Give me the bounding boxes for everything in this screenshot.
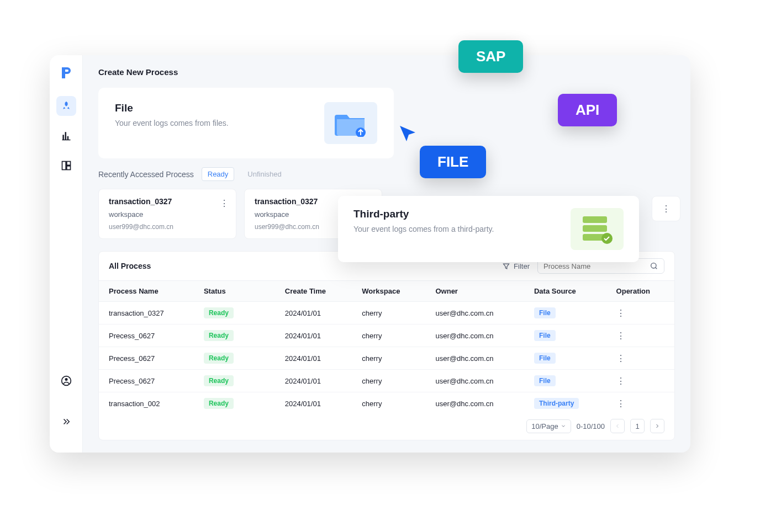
svg-point-6 (651, 263, 656, 268)
per-page-select[interactable]: 10/Page (526, 419, 571, 433)
search-icon (650, 262, 658, 270)
cell-create-time: 2024/01/01 (275, 370, 352, 392)
filter-icon (502, 262, 510, 270)
chevron-left-icon (614, 423, 621, 429)
next-page-button[interactable] (650, 419, 664, 433)
sidebar-expand[interactable] (56, 412, 76, 432)
cell-status: Ready (194, 392, 275, 413)
pagination: 10/Page 0-10/100 1 (99, 412, 674, 440)
cell-owner: user@dhc.com.cn (425, 324, 524, 347)
cell-operation: ⋮ (606, 302, 674, 324)
cell-status: Ready (194, 347, 275, 370)
cell-process-name: transaction_0327 (99, 302, 194, 324)
cell-datasource: Third-party (524, 392, 606, 413)
file-badge: FILE (420, 146, 486, 178)
recent-card-more[interactable]: ⋮ (220, 198, 228, 209)
cell-create-time: 2024/01/01 (275, 302, 352, 324)
svg-rect-2 (66, 166, 70, 170)
cell-owner: user@dhc.com.cn (425, 370, 524, 392)
chevrons-right-icon (61, 417, 71, 427)
table-column-header: Workspace (352, 281, 425, 302)
cell-workspace: cherry (352, 370, 425, 392)
cell-status: Ready (194, 324, 275, 347)
api-badge: API (558, 94, 617, 126)
cell-datasource: File (524, 347, 606, 370)
file-card-title: File (115, 102, 229, 114)
sidebar (50, 55, 83, 453)
cell-create-time: 2024/01/01 (275, 392, 352, 413)
cell-operation: ⋮ (606, 347, 674, 370)
cell-status: Ready (194, 302, 275, 324)
page-title: Create New Process (98, 67, 675, 77)
filter-label: Filter (514, 262, 530, 270)
chevron-down-icon (561, 423, 566, 429)
row-more-icon[interactable]: ⋮ (616, 331, 625, 341)
cell-datasource: File (524, 370, 606, 392)
recent-tab-ready[interactable]: Ready (202, 167, 235, 181)
cell-operation: ⋮ (606, 324, 674, 347)
cell-workspace: cherry (352, 392, 425, 413)
svg-rect-1 (66, 162, 70, 166)
file-card-subtitle: Your event logs comes from files. (115, 119, 229, 127)
sidebar-item-layout[interactable] (56, 156, 76, 175)
file-source-card[interactable]: File Your event logs comes from files. (98, 88, 394, 158)
third-party-subtitle: Your event logs comes from a third-party… (353, 225, 494, 233)
row-more-icon[interactable]: ⋮ (616, 354, 625, 363)
table-row[interactable]: transaction_0327 Ready 2024/01/01 cherry… (99, 302, 674, 324)
prev-page-button[interactable] (610, 419, 625, 433)
row-more-icon[interactable]: ⋮ (616, 376, 625, 386)
table-row[interactable]: transaction_002 Ready 2024/01/01 cherry … (99, 392, 674, 413)
table-row[interactable]: Precess_0627 Ready 2024/01/01 cherry use… (99, 347, 674, 370)
all-process-title: All Process (109, 262, 151, 270)
more-options-card[interactable]: ⋮ (652, 196, 680, 221)
cursor-icon (398, 124, 418, 146)
svg-point-4 (65, 378, 67, 381)
filter-button[interactable]: Filter (502, 262, 530, 270)
table-row[interactable]: Precess_0627 Ready 2024/01/01 cherry use… (99, 370, 674, 392)
search-input[interactable] (543, 262, 645, 270)
cell-datasource: File (524, 302, 606, 324)
sidebar-item-account[interactable] (56, 371, 76, 391)
table-column-header: Owner (425, 281, 524, 302)
recent-label: Recently Accessed Process (98, 170, 194, 179)
third-party-title: Third-party (353, 208, 494, 220)
page-range: 0-10/100 (577, 422, 605, 430)
process-table: Process NameStatusCreate TimeWorkspaceOw… (99, 281, 674, 412)
cell-status: Ready (194, 370, 275, 392)
sidebar-item-analytics[interactable] (56, 126, 76, 146)
recent-tab-unfinished[interactable]: Unfinished (242, 168, 287, 180)
server-sync-icon (571, 208, 624, 250)
cell-owner: user@dhc.com.cn (425, 302, 524, 324)
sap-badge: SAP (458, 40, 523, 73)
table-row[interactable]: Precess_0627 Ready 2024/01/01 cherry use… (99, 324, 674, 347)
table-column-header: Status (194, 281, 275, 302)
svg-rect-8 (583, 225, 607, 232)
row-more-icon[interactable]: ⋮ (616, 308, 625, 318)
recent-card-email: user999@dhc.com.cn (109, 223, 226, 231)
svg-rect-0 (62, 162, 66, 170)
sidebar-item-process[interactable] (56, 96, 76, 116)
logo-icon (59, 65, 74, 81)
cell-create-time: 2024/01/01 (275, 324, 352, 347)
all-process-section: All Process Filter Process NameStatusCre… (98, 251, 675, 440)
cell-operation: ⋮ (606, 392, 674, 413)
folder-upload-icon (324, 102, 377, 144)
cell-process-name: transaction_002 (99, 392, 194, 413)
page-number-button[interactable]: 1 (630, 419, 645, 433)
cell-process-name: Precess_0627 (99, 347, 194, 370)
cell-datasource: File (524, 324, 606, 347)
cell-workspace: cherry (352, 347, 425, 370)
cell-operation: ⋮ (606, 370, 674, 392)
cell-create-time: 2024/01/01 (275, 347, 352, 370)
third-party-source-card[interactable]: Third-party Your event logs comes from a… (338, 196, 639, 262)
cell-workspace: cherry (352, 302, 425, 324)
cell-process-name: Precess_0627 (99, 324, 194, 347)
row-more-icon[interactable]: ⋮ (616, 399, 625, 408)
svg-rect-7 (583, 216, 607, 223)
recent-process-card[interactable]: transaction_0327 workspace user999@dhc.c… (98, 189, 236, 239)
table-column-header: Operation (606, 281, 674, 302)
recent-row: Recently Accessed Process Ready Unfinish… (98, 167, 675, 181)
rocket-icon (61, 100, 72, 111)
cell-process-name: Precess_0627 (99, 370, 194, 392)
table-column-header: Data Source (524, 281, 606, 302)
